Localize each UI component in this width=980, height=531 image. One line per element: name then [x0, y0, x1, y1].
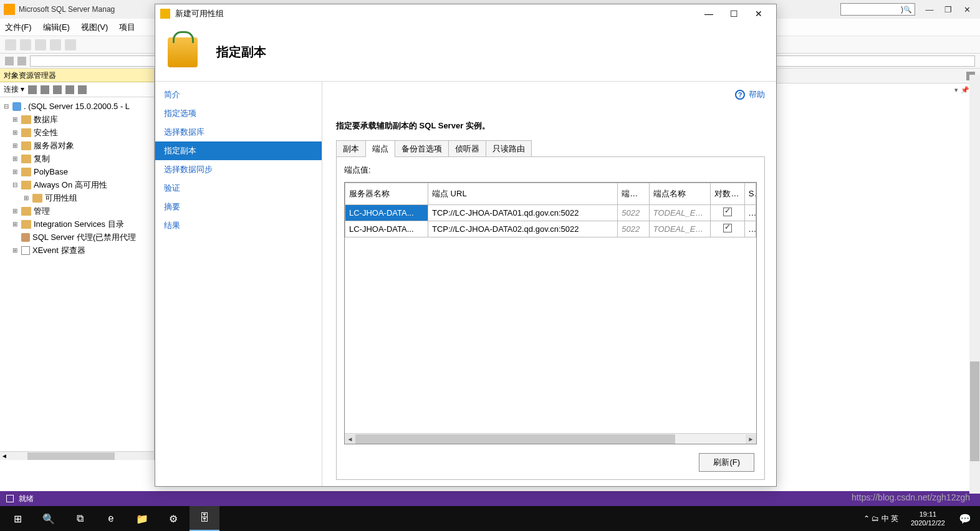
tree-security[interactable]: ⊞安全性	[0, 126, 154, 139]
dialog-close-button[interactable]: ✕	[746, 5, 771, 22]
tree-sql-agent[interactable]: SQL Server 代理(已禁用代理	[0, 231, 154, 244]
panel-pin-icon[interactable]: 📌	[961, 86, 969, 94]
toolbar-back-icon[interactable]	[5, 39, 16, 50]
start-button[interactable]: ⊞	[2, 506, 32, 531]
quick-launch-search[interactable]: )🔍	[840, 3, 915, 16]
menu-edit[interactable]: 编辑(E)	[43, 22, 70, 33]
cell-service[interactable]: .\	[744, 221, 756, 237]
disconnect-icon[interactable]	[28, 85, 37, 94]
nav-summary[interactable]: 摘要	[155, 198, 322, 216]
tree-alwayson[interactable]: ⊟Always On 高可用性	[0, 178, 154, 191]
tree-polybase[interactable]: ⊞PolyBase	[0, 165, 154, 178]
object-explorer-panel: 对象资源管理器 连接 ▾ ⊟. (SQL Server 15.0.2000.5 …	[0, 69, 155, 460]
dialog-minimize-button[interactable]: —	[696, 5, 721, 22]
tree-availability-groups[interactable]: ⊞可用性组	[0, 191, 154, 204]
page-v-scrollbar[interactable]	[969, 75, 980, 494]
refresh-button[interactable]: 刷新(F)	[699, 453, 754, 472]
nav-data-sync[interactable]: 选择数据同步	[155, 160, 322, 179]
help-link[interactable]: ? 帮助	[735, 89, 765, 100]
checkbox-icon[interactable]	[723, 208, 732, 216]
ie-icon[interactable]: e	[96, 506, 126, 531]
nav-replicas[interactable]: 指定副本	[155, 141, 322, 160]
endpoint-values-label: 端点值:	[344, 165, 757, 176]
nav-options[interactable]: 指定选项	[155, 104, 322, 123]
connect-button[interactable]: 连接 ▾	[4, 84, 24, 95]
dialog-titlebar[interactable]: 新建可用性组 — ☐ ✕	[155, 4, 776, 23]
cell-encrypt[interactable]	[711, 205, 744, 221]
grid-row[interactable]: LC-JHOA-DATA... TCP://LC-JHOA-DATA02.qd.…	[345, 221, 756, 237]
search-button[interactable]: 🔍	[34, 506, 64, 531]
cell-server[interactable]: LC-JHOA-DATA...	[345, 205, 428, 221]
page-scroll-thumb[interactable]	[970, 361, 979, 461]
tree-replication[interactable]: ⊞复制	[0, 152, 154, 165]
dialog-header: 指定副本	[155, 23, 776, 82]
plug-icon-2[interactable]	[17, 57, 26, 65]
nav-intro[interactable]: 简介	[155, 85, 322, 104]
tab-endpoint[interactable]: 端点	[365, 140, 395, 157]
taskbar-clock[interactable]: 19:11 2020/12/22	[905, 510, 951, 527]
activity-icon[interactable]	[78, 85, 87, 94]
taskview-button[interactable]: ⧉	[65, 506, 95, 531]
tree-h-scrollbar[interactable]: ◄	[0, 451, 154, 460]
cell-endpoint-name[interactable]: TODEAL_Endpo	[649, 205, 711, 221]
col-endpoint-name[interactable]: 端点名称	[649, 183, 711, 205]
cell-endpoint-name[interactable]: TODEAL_Endpo	[649, 221, 711, 237]
tree-integration-services[interactable]: ⊞Integration Services 目录	[0, 218, 154, 231]
menu-file[interactable]: 文件(F)	[5, 22, 32, 33]
cell-encrypt[interactable]	[711, 221, 744, 237]
stop-icon[interactable]	[41, 85, 49, 94]
ssms-close-button[interactable]: ✕	[958, 5, 976, 14]
col-service[interactable]: S服	[744, 183, 756, 205]
scroll-left-icon[interactable]: ◄	[345, 434, 355, 444]
dialog-maximize-button[interactable]: ☐	[721, 5, 746, 22]
nav-result[interactable]: 结果	[155, 216, 322, 235]
col-server-name[interactable]: 服务器名称	[345, 183, 428, 205]
tree-root[interactable]: ⊟. (SQL Server 15.0.2000.5 - L	[0, 100, 154, 113]
nav-validate[interactable]: 验证	[155, 179, 322, 198]
menu-project[interactable]: 项目	[119, 22, 135, 33]
cell-port[interactable]: 5022	[618, 221, 649, 237]
tree-xevent[interactable]: ⊞XEvent 探查器	[0, 244, 154, 257]
settings-icon[interactable]: ⚙	[158, 506, 188, 531]
menu-view[interactable]: 视图(V)	[81, 22, 108, 33]
folder-icon	[21, 115, 31, 124]
ssms-maximize-button[interactable]: ❐	[939, 5, 958, 14]
dialog-title: 新建可用性组	[175, 8, 224, 19]
nav-select-db[interactable]: 选择数据库	[155, 123, 322, 141]
col-endpoint-url[interactable]: 端点 URL	[428, 183, 618, 205]
col-encrypt[interactable]: 对数据进行加密	[711, 183, 744, 205]
new-availability-group-dialog: 新建可用性组 — ☐ ✕ 指定副本 简介 指定选项 选择数据库 指定副本 选择数…	[155, 4, 777, 487]
panel-dropdown-icon[interactable]: ▾	[954, 86, 958, 94]
scroll-thumb[interactable]	[355, 434, 675, 444]
col-port[interactable]: 端口号	[618, 183, 649, 205]
filter-icon[interactable]	[53, 85, 62, 94]
tree-server-objects[interactable]: ⊞服务器对象	[0, 139, 154, 152]
tab-listener[interactable]: 侦听器	[448, 140, 486, 157]
grid-h-scrollbar[interactable]: ◄ ►	[345, 433, 756, 444]
tree-management[interactable]: ⊞管理	[0, 204, 154, 218]
cell-service[interactable]: .\	[744, 205, 756, 221]
file-explorer-icon[interactable]: 📁	[127, 506, 157, 531]
ssms-minimize-button[interactable]: —	[920, 5, 939, 14]
tree-databases[interactable]: ⊞数据库	[0, 113, 154, 126]
tab-backup[interactable]: 备份首选项	[395, 140, 449, 157]
ssms-taskbar-icon[interactable]: 🗄	[190, 506, 219, 531]
toolbar-open-icon[interactable]	[50, 39, 61, 50]
toolbar-new-icon[interactable]	[35, 39, 46, 50]
toolbar-forward-icon[interactable]	[20, 39, 31, 50]
tab-readonly[interactable]: 只读路由	[486, 140, 532, 157]
system-tray[interactable]: ⌃ 🗂 中 英	[858, 514, 903, 524]
tab-replica[interactable]: 副本	[336, 140, 366, 157]
scroll-right-icon[interactable]: ►	[746, 434, 756, 444]
wizard-nav: 简介 指定选项 选择数据库 指定副本 选择数据同步 验证 摘要 结果	[155, 82, 322, 486]
toolbar-save-icon[interactable]	[65, 39, 76, 50]
cell-port[interactable]: 5022	[618, 205, 649, 221]
notification-icon[interactable]: 💬	[953, 506, 978, 531]
checkbox-icon[interactable]	[723, 224, 732, 232]
cell-url[interactable]: TCP://LC-JHOA-DATA02.qd.gov.cn:5022	[428, 221, 618, 237]
cell-url[interactable]: TCP://LC-JHOA-DATA01.qd.gov.cn:5022	[428, 205, 618, 221]
plug-icon[interactable]	[5, 57, 14, 65]
cell-server[interactable]: LC-JHOA-DATA...	[345, 221, 428, 237]
refresh-icon[interactable]	[65, 85, 74, 94]
grid-row[interactable]: LC-JHOA-DATA... TCP://LC-JHOA-DATA01.qd.…	[345, 205, 756, 221]
